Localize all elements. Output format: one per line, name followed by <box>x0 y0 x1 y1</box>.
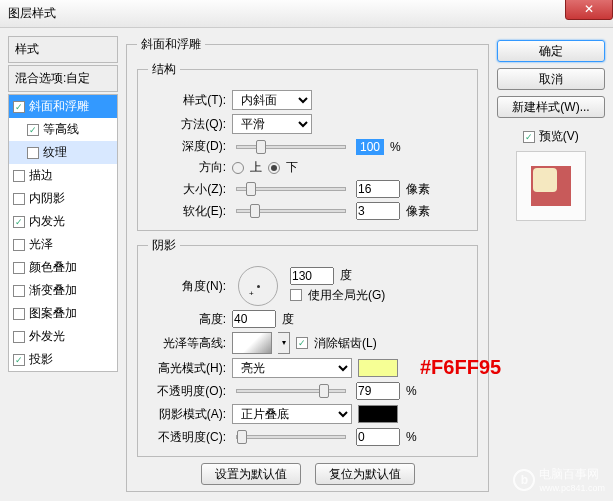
checkbox-icon[interactable] <box>13 193 25 205</box>
contour-dropdown-icon[interactable]: ▾ <box>278 332 290 354</box>
structure-group: 结构 样式(T): 内斜面 方法(Q): 平滑 深度(D): 100 % 方向: <box>137 61 478 231</box>
size-slider[interactable] <box>236 187 346 191</box>
shading-legend: 阴影 <box>148 237 180 254</box>
sidebar-item-label: 纹理 <box>43 144 67 161</box>
sidebar-item[interactable]: 描边 <box>9 164 117 187</box>
sidebar-item-label: 渐变叠加 <box>29 282 77 299</box>
angle-dial[interactable]: + <box>238 266 278 306</box>
sidebar-item[interactable]: 光泽 <box>9 233 117 256</box>
checkbox-icon[interactable] <box>13 262 25 274</box>
deg-unit: 度 <box>340 267 352 284</box>
sidebar-item-label: 投影 <box>29 351 53 368</box>
checkbox-icon[interactable] <box>27 147 39 159</box>
title-bar: 图层样式 ✕ <box>0 0 613 28</box>
checkbox-icon[interactable]: ✓ <box>13 354 25 366</box>
depth-value[interactable]: 100 <box>356 139 384 155</box>
sidebar-item-label: 图案叠加 <box>29 305 77 322</box>
checkbox-icon[interactable] <box>13 308 25 320</box>
shading-group: 阴影 角度(N): + 度 使用全局光(G) <box>137 237 478 457</box>
technique-label: 方法(Q): <box>148 116 226 133</box>
checkbox-icon[interactable] <box>13 331 25 343</box>
angle-input[interactable] <box>290 267 334 285</box>
watermark-text: 电脑百事网 <box>539 466 605 483</box>
sidebar-item[interactable]: 图案叠加 <box>9 302 117 325</box>
gloss-label: 光泽等高线: <box>148 335 226 352</box>
sidebar-item-label: 颜色叠加 <box>29 259 77 276</box>
antialias-check[interactable]: ✓ <box>296 337 308 349</box>
angle-label: 角度(N): <box>148 278 226 295</box>
sidebar-item[interactable]: 内阴影 <box>9 187 117 210</box>
px-unit2: 像素 <box>406 203 430 220</box>
reset-default-button[interactable]: 复位为默认值 <box>315 463 415 485</box>
depth-slider[interactable] <box>236 145 346 149</box>
highlight-opacity-slider[interactable] <box>236 389 346 393</box>
dir-down-radio[interactable] <box>268 162 280 174</box>
sidebar-item-label: 斜面和浮雕 <box>29 98 89 115</box>
preview-check[interactable]: ✓ <box>523 131 535 143</box>
highlight-opacity-label: 不透明度(O): <box>148 383 226 400</box>
highlight-mode-select[interactable]: 亮光 <box>232 358 352 378</box>
make-default-button[interactable]: 设置为默认值 <box>201 463 301 485</box>
highlight-mode-label: 高光模式(H): <box>148 360 226 377</box>
gloss-contour[interactable] <box>232 332 272 354</box>
depth-label: 深度(D): <box>148 138 226 155</box>
checkbox-icon[interactable]: ✓ <box>13 101 25 113</box>
sidebar-item-label: 外发光 <box>29 328 65 345</box>
technique-select[interactable]: 平滑 <box>232 114 312 134</box>
soften-slider[interactable] <box>236 209 346 213</box>
highlight-color-swatch[interactable] <box>358 359 398 377</box>
effects-list: ✓斜面和浮雕✓等高线纹理描边内阴影✓内发光光泽颜色叠加渐变叠加图案叠加外发光✓投… <box>8 94 118 372</box>
bevel-group: 斜面和浮雕 结构 样式(T): 内斜面 方法(Q): 平滑 深度(D): 100… <box>126 36 489 492</box>
shadow-mode-select[interactable]: 正片叠底 <box>232 404 352 424</box>
bevel-legend: 斜面和浮雕 <box>137 36 205 53</box>
watermark: b 电脑百事网 www.pc841.com <box>513 466 605 493</box>
sidebar-item[interactable]: 颜色叠加 <box>9 256 117 279</box>
sidebar-item[interactable]: 纹理 <box>9 141 117 164</box>
window-title: 图层样式 <box>8 5 56 22</box>
checkbox-icon[interactable]: ✓ <box>13 216 25 228</box>
watermark-url: www.pc841.com <box>539 483 605 493</box>
preview-box <box>516 151 586 221</box>
dialog-content: 样式 混合选项:自定 ✓斜面和浮雕✓等高线纹理描边内阴影✓内发光光泽颜色叠加渐变… <box>0 28 613 501</box>
sidebar-header: 样式 <box>8 36 118 63</box>
global-light-label: 使用全局光(G) <box>308 287 385 304</box>
checkbox-icon[interactable]: ✓ <box>27 124 39 136</box>
sidebar-item[interactable]: ✓投影 <box>9 348 117 371</box>
direction-label: 方向: <box>148 159 226 176</box>
styles-sidebar: 样式 混合选项:自定 ✓斜面和浮雕✓等高线纹理描边内阴影✓内发光光泽颜色叠加渐变… <box>8 36 118 498</box>
pct-unit: % <box>390 140 401 154</box>
dir-up-label: 上 <box>250 159 262 176</box>
sidebar-item[interactable]: ✓内发光 <box>9 210 117 233</box>
close-button[interactable]: ✕ <box>565 0 613 20</box>
shadow-opacity-input[interactable] <box>356 428 400 446</box>
watermark-icon: b <box>513 469 535 491</box>
sidebar-item[interactable]: ✓等高线 <box>9 118 117 141</box>
shadow-opacity-slider[interactable] <box>236 435 346 439</box>
sidebar-item[interactable]: 外发光 <box>9 325 117 348</box>
sidebar-item-label: 内发光 <box>29 213 65 230</box>
settings-panel: 斜面和浮雕 结构 样式(T): 内斜面 方法(Q): 平滑 深度(D): 100… <box>126 36 489 498</box>
px-unit: 像素 <box>406 181 430 198</box>
altitude-input[interactable] <box>232 310 276 328</box>
checkbox-icon[interactable] <box>13 170 25 182</box>
sidebar-item-label: 内阴影 <box>29 190 65 207</box>
shadow-color-swatch[interactable] <box>358 405 398 423</box>
sidebar-item-label: 光泽 <box>29 236 53 253</box>
style-label: 样式(T): <box>148 92 226 109</box>
global-light-check[interactable] <box>290 289 302 301</box>
new-style-button[interactable]: 新建样式(W)... <box>497 96 605 118</box>
color-annotation: #F6FF95 <box>420 356 501 379</box>
size-input[interactable] <box>356 180 400 198</box>
dir-up-radio[interactable] <box>232 162 244 174</box>
sidebar-item[interactable]: 渐变叠加 <box>9 279 117 302</box>
sidebar-item-label: 等高线 <box>43 121 79 138</box>
cancel-button[interactable]: 取消 <box>497 68 605 90</box>
soften-input[interactable] <box>356 202 400 220</box>
sidebar-item[interactable]: ✓斜面和浮雕 <box>9 95 117 118</box>
checkbox-icon[interactable] <box>13 239 25 251</box>
highlight-opacity-input[interactable] <box>356 382 400 400</box>
style-select[interactable]: 内斜面 <box>232 90 312 110</box>
blend-options[interactable]: 混合选项:自定 <box>8 65 118 92</box>
checkbox-icon[interactable] <box>13 285 25 297</box>
ok-button[interactable]: 确定 <box>497 40 605 62</box>
